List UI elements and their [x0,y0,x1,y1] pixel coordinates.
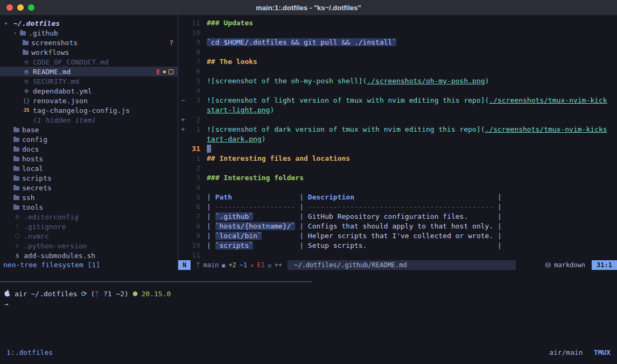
editor-line[interactable]: 8| `hosts/{hostname}/` | Configs that sh… [178,222,617,231]
editor-line[interactable]: 4 [178,183,617,192]
settings-file-icon: ⚙ [13,213,21,220]
tree-item[interactable]: docs [0,144,178,154]
editor-line[interactable]: 10| `scripts` | Setup scripts. | [178,241,617,251]
line-text: ![screenshot of the oh-my-posh shell](./… [207,76,489,86]
editor-pane[interactable]: 11### Updates109`cd $HOME/.dotfiles && g… [178,15,617,263]
tree-item[interactable]: tools [0,202,178,212]
close-button[interactable] [6,4,13,11]
editor-line[interactable]: 7## The looks [178,57,617,67]
folder-icon [23,51,29,55]
gutter-sign [178,47,186,57]
gutter-sign [178,28,186,38]
editor-line[interactable]: tart-dark.png) [178,134,617,144]
shell-path: ~/.dotfiles [31,290,77,298]
tree-item[interactable]: ▤CODE_OF_CONDUCT.md [0,57,178,67]
line-text: ## The looks [207,57,257,67]
file-tree[interactable]: ▾~/.dotfiles▾.githubscreenshots?workflow… [0,15,178,263]
line-number: 11 [186,251,200,260]
gutter-sign [178,222,186,231]
zoom-button[interactable] [28,4,34,11]
tree-item[interactable]: (1 hidden item) [0,115,178,125]
text-segment: ) [485,77,489,85]
text-segment: ) [270,106,274,114]
editor-line[interactable]: 11### Updates [178,18,617,28]
line-number: 3 [186,173,200,183]
tree-item[interactable]: ᛘ.gitignore [0,222,178,231]
text-segment: | [207,203,215,211]
tree-item[interactable]: hosts [0,154,178,163]
tree-item[interactable]: config [0,134,178,144]
shell-pane[interactable]: air ~/.dotfiles ⟳ (ᛘ ?1 ~2) ⬢ 20.15.0 → [0,288,617,310]
line-number: 1 [186,154,200,163]
text-segment: ./screenshots/tmux-nvim-kicks [485,125,607,133]
tree-item[interactable]: {}renovate.json [0,96,178,105]
gutter-sign [178,154,186,163]
text-segment [232,193,299,201]
yaml-file-icon: ⚙ [23,87,30,95]
editor-line[interactable]: 5![screenshot of the oh-my-posh shell](.… [178,76,617,86]
text-segment: ) [262,135,266,143]
tree-item[interactable]: workflows [0,47,178,57]
editor-line[interactable]: 3### Interesting folders [178,173,617,183]
tree-item[interactable]: ▤SECURITY.md [0,76,178,86]
tree-item[interactable]: ⬡.nvmrc [0,231,178,241]
text-segment: | [207,212,215,220]
tree-item[interactable]: ▾.github [0,28,178,38]
editor-line[interactable]: 7| `.github` | GitHub Repository configu… [178,212,617,222]
editor-line[interactable]: 9| `local/bin` | Helper scripts that I'v… [178,231,617,241]
tree-item[interactable]: ssh [0,192,178,202]
editor-line[interactable]: 9`cd $HOME/.dotfiles && git pull && ./in… [178,38,617,47]
editor-line[interactable]: 2 [178,163,617,173]
text-segment: | [497,212,502,220]
folder-icon [13,186,19,190]
gutter-sign: + [178,125,186,134]
minimize-button[interactable] [17,4,24,11]
tree-item[interactable]: ⚙.editorconfig [0,212,178,222]
tmux-window-item[interactable]: 1:.dotfiles [6,348,53,356]
text-segment: | [299,222,308,230]
editor-line[interactable]: 10 [178,28,617,38]
diff-icon: ▣ [222,262,225,268]
tree-item[interactable]: base [0,125,178,134]
text-segment: Setup scripts. [308,241,367,249]
tree-item[interactable]: ◇.python-version [0,241,178,251]
editor-line[interactable]: 11 [178,251,617,260]
tree-item[interactable]: $add-submodules.sh [0,251,178,260]
text-segment: `scripts` [215,241,253,249]
editor-line[interactable]: +2 [178,115,617,125]
line-number [186,105,200,115]
editor-line[interactable]: 5| Path | Description | [178,192,617,202]
tmux-pane-border[interactable] [0,281,312,282]
tree-item[interactable]: ⚙dependabot.yml [0,86,178,96]
text-segment [493,222,497,230]
text-segment: Path [215,193,232,201]
editor-line[interactable]: ~3![screenshot of light version of tmux … [178,96,617,105]
editor-line[interactable]: 4 [178,86,617,96]
line-number: 4 [186,183,200,192]
editor-line[interactable]: 6 [178,67,617,76]
tree-item[interactable]: local [0,163,178,173]
text-segment: | [299,241,308,249]
tree-item[interactable]: ▾~/.dotfiles [0,18,178,28]
tree-item[interactable]: screenshots? [0,38,178,47]
editor-line[interactable]: 31 [178,144,617,154]
tree-item[interactable]: scripts [0,173,178,183]
status-flags: ++ [275,261,282,269]
gutter-sign [178,212,186,222]
text-segment: ![screenshot of dark version of tmux wit… [207,125,485,133]
editor-line[interactable]: 8 [178,47,617,57]
gutter-sign [178,134,186,144]
editor-line[interactable]: +1![screenshot of dark version of tmux w… [178,125,617,134]
tree-item[interactable]: secrets [0,183,178,192]
gutter-sign [178,144,186,154]
tree-item[interactable]: ▤README.mdE● [0,67,178,76]
editor-line[interactable]: start-light.png) [178,105,617,115]
editor-line[interactable]: 1## Interesting files and locations [178,154,617,163]
gutter-sign [178,67,186,76]
text-segment [253,241,299,249]
tree-item-label: local [22,165,43,173]
text-segment: Description [308,193,354,201]
editor-line[interactable]: 6| ------------------- | ---------------… [178,202,617,212]
tree-item[interactable]: JStag-changelog-config.js [0,105,178,115]
line-text: | `scripts` | Setup scripts. | [207,241,502,251]
